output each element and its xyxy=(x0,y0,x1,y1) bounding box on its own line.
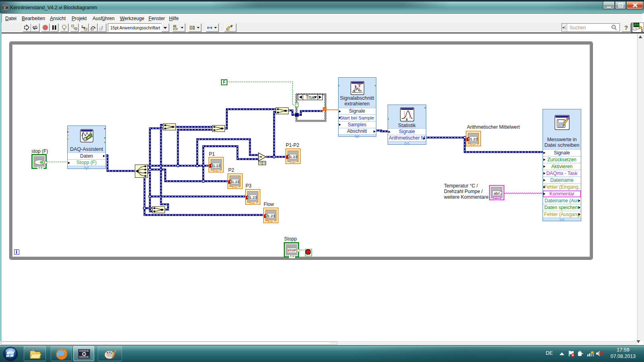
svg-text:?!: ?! xyxy=(263,162,265,165)
svg-text:?!: ?! xyxy=(259,162,262,165)
svg-text:x̄: x̄ xyxy=(406,117,408,121)
